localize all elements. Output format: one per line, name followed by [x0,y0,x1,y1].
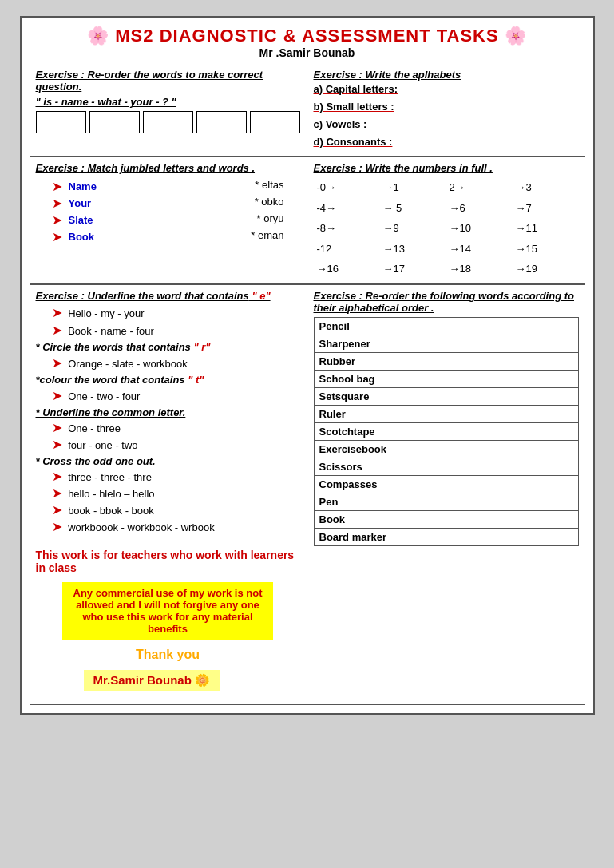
word-list-table: PencilSharpenerRubberSchool bagSetsquare… [314,317,579,546]
input-box-3[interactable] [143,111,193,133]
bottom-notice: This work is for teachers who work with … [36,549,300,574]
n9: →9 [380,218,446,238]
n11: →11 [513,218,579,238]
common-2: ➤ four - one - two [52,437,284,452]
common-label: * Underline the common letter. [36,406,300,418]
match-right-3: * oryu [257,212,284,228]
odd-line2: hello - hlelo – hello [68,488,154,500]
word-list-item: Scotchtape [314,423,578,441]
input-box-4[interactable] [196,111,247,133]
n10: →10 [446,218,513,238]
match-row-1: ➤ Name * eltas [52,179,284,194]
word-list-item: Board marker [314,529,578,546]
ex2-d: d) Consonants : [314,133,579,151]
ex6-cell: Exercise : Re-order the following words … [307,285,585,704]
match-name-4: Book [69,231,95,243]
match-right-2: * obko [255,196,284,211]
thank-you: Thank you [36,648,300,662]
word-answer[interactable] [458,318,578,335]
ex1-inputs [36,111,300,133]
arrow-5i: ➤ [52,503,62,517]
word-answer[interactable] [458,388,578,406]
arrow-4: ➤ [52,229,62,244]
title-text: MS2 DIAGNOSTIC & ASSESSMENT TASKS [115,26,498,46]
match-right-4: * eman [251,229,283,244]
ex5-highlight: " e" [252,290,270,302]
word-answer[interactable] [458,493,578,511]
input-box-5[interactable] [250,111,300,133]
n1: →1 [380,177,446,197]
ex4-title: Exercise : Write the numbers in full . [314,162,579,174]
word-answer[interactable] [458,335,578,353]
row2: Exercise : Match jumbled letters and wor… [30,157,585,285]
ex4-cell: Exercise : Write the numbers in full . -… [307,157,585,284]
colour-line-text: One - two - four [68,390,140,402]
common-1: ➤ One - three [52,420,284,435]
colour-line: ➤ One - two - four [52,388,284,403]
arrow-5d: ➤ [52,389,62,402]
word-answer[interactable] [458,423,578,441]
word-label: Compasses [314,476,458,493]
n16: →16 [314,259,380,279]
match-name-1: Name [69,180,97,192]
flower-left: 🌸 [87,26,109,46]
ex2-c-text: c) Vowels : [314,118,367,130]
ex5-line2: ➤ Book - name - four [52,323,284,338]
n7: →7 [513,198,579,218]
word-label: School bag [314,371,458,388]
match-row-4: ➤ Book * eman [52,229,284,244]
n0: -0→ [314,177,380,197]
ex1-words: " is - name - what - your - ? " [36,96,300,108]
flower-right: 🌸 [505,26,527,46]
input-box-1[interactable] [36,111,86,133]
n12: -12 [314,239,380,259]
n14: →14 [446,239,513,259]
input-box-2[interactable] [89,111,140,133]
page: 🌸 MS2 DIAGNOSTIC & ASSESSMENT TASKS 🌸 Mr… [20,16,595,715]
ex6-title: Exercise : Re-order the following words … [314,290,579,314]
colour-highlight: " t" [188,374,204,386]
ex2-label-text: Exercise : Write the aplhabets [314,69,461,81]
n19: →19 [513,259,579,279]
word-list-item: Book [314,511,578,529]
signature-area: Mr.Samir Bounab 🌼 [36,670,300,691]
word-answer[interactable] [458,353,578,371]
n13: →13 [380,239,446,259]
odd-line1: three - three - thre [68,471,152,483]
word-label: Setsquare [314,388,458,406]
ex5-line1-text: Hello - my - your [68,307,144,319]
n15: →15 [513,239,579,259]
word-answer[interactable] [458,406,578,423]
word-list-item: Exercisebook [314,441,578,458]
word-answer[interactable] [458,529,578,546]
arrow-5g: ➤ [52,470,62,483]
word-answer[interactable] [458,441,578,458]
word-list-item: Sharpener [314,335,578,353]
match-left-4: ➤ Book [52,229,95,244]
word-answer[interactable] [458,371,578,388]
word-list-item: Ruler [314,406,578,423]
word-label: Book [314,511,458,529]
ex5-line2-text: Book - name - four [68,325,154,337]
circle-line-text: Orange - slate - workbook [68,358,188,370]
ex1-title: Exercise : Re-order the words to make co… [36,69,300,93]
word-list-item: Scissors [314,458,578,476]
word-label: Sharpener [314,335,458,353]
colour-label: *colour the word that contains " t" [36,374,300,386]
word-answer[interactable] [458,458,578,476]
match-name-2: Your [69,197,92,209]
odd-1: ➤ three - three - thre [52,469,284,484]
ex2-b: b) Small letters : [314,98,579,116]
n6: →6 [446,198,513,218]
ex5-line1: ➤ Hello - my - your [52,305,284,320]
numbers-grid: -0→ →1 2→ →3 -4→ → 5 →6 →7 -8→ →9 →10 →1… [314,177,579,279]
word-answer[interactable] [458,476,578,493]
page-title: 🌸 MS2 DIAGNOSTIC & ASSESSMENT TASKS 🌸 [30,26,585,46]
ex3-pairs: ➤ Name * eltas ➤ Your * obko ➤ Slate [36,179,300,244]
match-row-3: ➤ Slate * oryu [52,212,284,228]
ex2-a-text: a) Capital letters: [314,83,398,95]
odd-3: ➤ book - bbok - book [52,502,284,517]
circle-label: * Circle the words that contains " r" [36,341,300,353]
word-answer[interactable] [458,511,578,529]
word-label: Ruler [314,406,458,423]
